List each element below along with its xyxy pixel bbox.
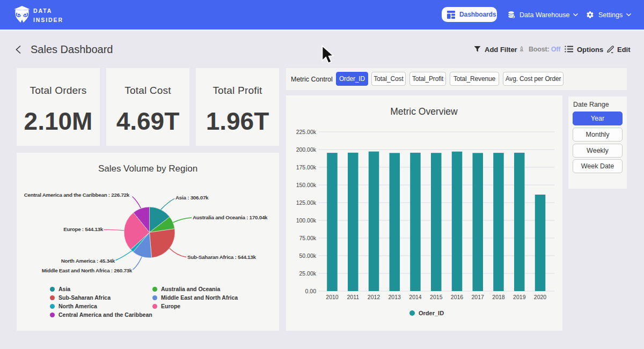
svg-text:2012: 2012: [368, 294, 380, 300]
svg-text:175.00k: 175.00k: [296, 164, 317, 170]
svg-text:0.00: 0.00: [305, 288, 317, 294]
svg-text:2020: 2020: [534, 294, 547, 300]
svg-text:2011: 2011: [347, 294, 360, 300]
svg-text:2018: 2018: [492, 294, 505, 300]
svg-text:200.00k: 200.00k: [296, 146, 317, 153]
svg-text:125.00k: 125.00k: [296, 199, 317, 206]
svg-text:2017: 2017: [472, 294, 485, 300]
svg-text:2015: 2015: [430, 294, 443, 300]
svg-text:2013: 2013: [389, 294, 401, 300]
svg-text:225.00k: 225.00k: [296, 129, 317, 135]
svg-text:150.00k: 150.00k: [296, 182, 317, 188]
svg-text:75.00k: 75.00k: [299, 235, 316, 241]
svg-text:Metric Overview: Metric Overview: [390, 106, 458, 117]
svg-text:2016: 2016: [451, 294, 464, 300]
svg-text:Order_ID: Order_ID: [419, 310, 444, 316]
svg-text:2014: 2014: [409, 294, 422, 300]
svg-text:2019: 2019: [513, 294, 526, 300]
svg-text:100.00k: 100.00k: [296, 217, 317, 224]
svg-text:25.00k: 25.00k: [299, 270, 316, 277]
svg-text:2010: 2010: [326, 294, 339, 300]
svg-text:50.00k: 50.00k: [299, 253, 316, 259]
